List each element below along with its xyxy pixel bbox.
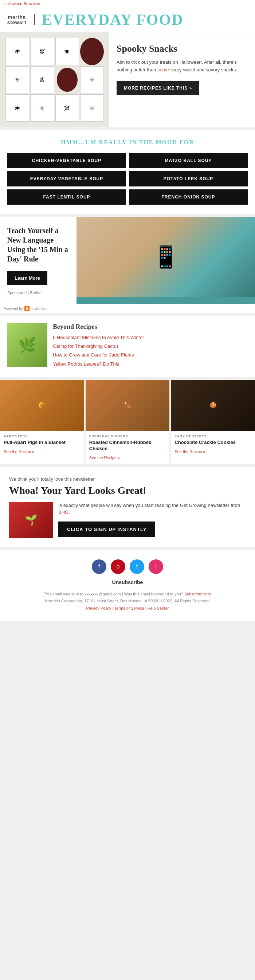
hero-link-word[interactable]: some <box>157 67 169 72</box>
newsletter-cta-button[interactable]: CLICK TO SIGN UP INSTANTLY <box>58 522 155 537</box>
recipe-card-body-2: EASY DESSERTS Chocolate Crackle Cookies … <box>171 431 255 458</box>
beyond-title: Beyond Recipes <box>53 323 144 331</box>
footer-legal-2: Meredith Corporation, 1716 Locust Street… <box>9 598 246 605</box>
recipe-card-image-2: 🍪 <box>171 380 255 431</box>
ad-sponsored: Sponsored | Babbel <box>7 291 69 295</box>
recipes-section: 🥐 APPETIZERS Pull-Apart Pigs in a Blanke… <box>0 380 255 465</box>
recipe-category-1: EVERYDAY DINNERS <box>89 434 166 438</box>
hero-title: Spooky Snacks <box>116 43 248 54</box>
recipe-card-body-0: APPETIZERS Pull-Apart Pigs in a Blanket … <box>0 431 84 458</box>
newsletter-text: Is exactly what people will say when you… <box>58 502 246 538</box>
social-icons: f p t i <box>9 559 246 574</box>
recipe-card-2: 🍪 EASY DESSERTS Chocolate Crackle Cookie… <box>171 380 255 465</box>
mood-btn-fast-lentil[interactable]: FAST LENTIL SOUP <box>7 189 126 205</box>
recipe-category-0: APPETIZERS <box>4 434 81 438</box>
ad-image: 📱 <box>76 217 255 304</box>
mood-btn-everyday-veg[interactable]: EVERYDAY VEGETABLE SOUP <box>7 171 126 186</box>
newsletter-subtext: We think you'll totally love this newsle… <box>9 476 246 482</box>
top-banner-link[interactable]: Halloween Brownies <box>4 2 40 6</box>
top-banner: Halloween Brownies <box>0 0 255 7</box>
powered-by-bar: Powered by li LiveIntent <box>0 304 255 313</box>
beyond-link-3[interactable]: How to Grow and Care for Jade Plants <box>53 352 144 358</box>
recipe-name-1: Roasted Cinnamon-Rubbed Chicken <box>89 439 166 452</box>
pinterest-icon[interactable]: p <box>111 559 125 574</box>
mood-btn-chicken-veg[interactable]: CHICKEN-VEGETABLE SOUP <box>7 153 126 168</box>
newsletter-description: Is exactly what people will say when you… <box>58 502 246 516</box>
ad-content: Teach Yourself a New Language Using the … <box>0 217 76 304</box>
powered-by-label: Powered by <box>4 307 23 311</box>
recipe-card-image-0: 🥐 <box>0 380 84 431</box>
beyond-link-4[interactable]: Yellow Pothos Leaves? Do This <box>53 361 144 368</box>
newsletter-section: We think you'll totally love this newsle… <box>0 467 255 547</box>
liveintent-logo: li <box>24 306 30 311</box>
recipe-category-2: EASY DESSERTS <box>174 434 251 438</box>
help-center-link[interactable]: Help Center <box>148 606 169 610</box>
hero-image: 🕷 🕸 🕷 👻 🕸 💀 🕷 👻 🕸 💀 <box>0 32 109 127</box>
recipe-card-img-pigs: 🥐 <box>0 380 84 431</box>
learn-more-button[interactable]: Learn More <box>7 271 47 285</box>
newsletter-image: 🌱 <box>9 502 53 538</box>
mood-section: HMM...I'M REALLY IN THE MOOD FOR CHICKEN… <box>0 130 255 214</box>
newsletter-promo-title: Whoa! Your Yard Looks Great! <box>9 485 246 496</box>
more-recipes-button[interactable]: MORE RECIPES LIKE THIS » <box>116 81 199 95</box>
svg-text:li: li <box>26 307 28 311</box>
hero-content: Spooky Snacks Aim to trick out your trea… <box>109 32 255 127</box>
ad-section-wrapper: Teach Yourself a New Language Using the … <box>0 217 255 313</box>
brand-logo: martha stewart <box>7 14 35 25</box>
ad-selfie-image: 📱 <box>76 217 255 297</box>
ad-headline: Teach Yourself a New Language Using the … <box>7 226 69 264</box>
liveintent-name: LiveIntent <box>32 307 47 311</box>
mood-btn-matzo[interactable]: MATZO BALL SOUP <box>129 153 248 168</box>
recipe-link-0[interactable]: See the Recipe » <box>4 449 34 454</box>
ad-section: Teach Yourself a New Language Using the … <box>0 217 255 304</box>
recipe-name-2: Chocolate Crackle Cookies <box>174 439 251 446</box>
recipe-card-0: 🥐 APPETIZERS Pull-Apart Pigs in a Blanke… <box>0 380 84 465</box>
newsletter-title: EVERYDAY FOOD <box>42 11 183 29</box>
mood-title: HMM...I'M REALLY IN THE MOOD FOR <box>7 139 248 146</box>
privacy-policy-link[interactable]: Privacy Policy <box>86 606 111 610</box>
subscribe-link[interactable]: Subscribe here <box>184 592 211 596</box>
brand-name-martha: martha <box>8 14 26 20</box>
footer-legal-links: Privacy Policy | Terms of Service | Help… <box>9 605 246 612</box>
brand-name-stewart: stewart <box>7 20 27 25</box>
beyond-link-1[interactable]: 6 Houseplant Mistakes to Avoid This Wint… <box>53 334 144 341</box>
mood-grid: CHICKEN-VEGETABLE SOUP MATZO BALL SOUP E… <box>7 153 248 205</box>
twitter-icon[interactable]: t <box>130 559 144 574</box>
instagram-icon[interactable]: i <box>149 559 163 574</box>
recipe-link-1[interactable]: See the Recipe » <box>89 456 120 460</box>
mood-btn-french-onion[interactable]: FRENCH ONION SOUP <box>129 189 248 205</box>
recipe-card-img-cookies: 🍪 <box>171 380 255 431</box>
social-section: f p t i Unsubscribe This email was sent … <box>0 550 255 621</box>
hero-description: Aim to trick out your treats on Hallowee… <box>116 59 248 74</box>
beyond-link-2[interactable]: Caring for Thanksgiving Cactus <box>53 343 144 350</box>
newsletter-body: 🌱 Is exactly what people will say when y… <box>9 502 246 538</box>
facebook-icon[interactable]: f <box>92 559 106 574</box>
beyond-image: 🌿 <box>7 323 47 367</box>
beyond-content: Beyond Recipes 6 Houseplant Mistakes to … <box>53 323 144 370</box>
recipe-card-body-1: EVERYDAY DINNERS Roasted Cinnamon-Rubbed… <box>86 431 170 465</box>
mood-btn-potato-leek[interactable]: POTATO LEEK SOUP <box>129 171 248 186</box>
bhg-link[interactable]: BHG <box>58 509 69 515</box>
recipe-card-img-chicken: 🍗 <box>86 380 170 431</box>
recipe-card-image-1: 🍗 <box>86 380 170 431</box>
beyond-section: 🌿 Beyond Recipes 6 Houseplant Mistakes t… <box>0 316 255 377</box>
footer-legal-1: This email was sent to xxxxxxx@gmail.com… <box>9 591 246 598</box>
recipe-name-0: Pull-Apart Pigs in a Blanket <box>4 439 81 446</box>
hero-section: 🕷 🕸 🕷 👻 🕸 💀 🕷 👻 🕸 💀 Spooky Snacks Aim to… <box>0 32 255 127</box>
recipe-card-1: 🍗 EVERYDAY DINNERS Roasted Cinnamon-Rubb… <box>86 380 170 465</box>
terms-of-service-link[interactable]: Terms of Service <box>115 606 144 610</box>
header: martha stewart EVERYDAY FOOD <box>0 7 255 32</box>
footer-legal: This email was sent to xxxxxxx@gmail.com… <box>9 591 246 612</box>
recipe-link-2[interactable]: See the Recipe » <box>174 449 205 454</box>
unsubscribe-link[interactable]: Unsubscribe <box>9 579 246 585</box>
